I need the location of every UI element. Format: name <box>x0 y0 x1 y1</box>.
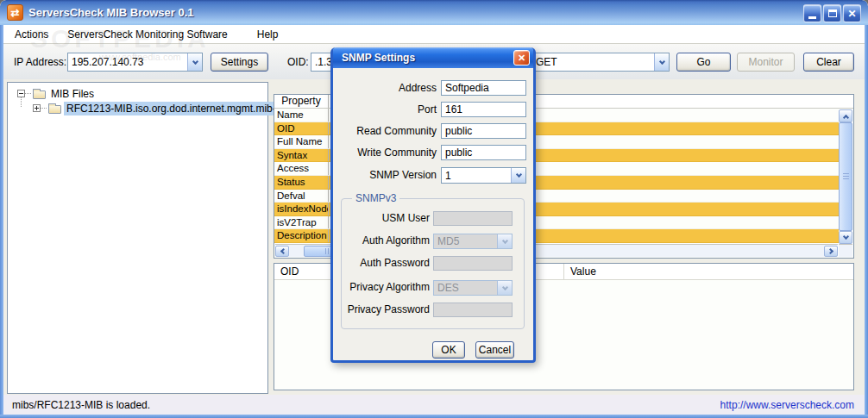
chevron-down-icon <box>658 58 664 64</box>
read-community-field[interactable] <box>442 124 525 138</box>
snmp-version-value: 1 <box>442 168 511 183</box>
usm-user-field <box>434 212 512 225</box>
auth-algorithm-value: MD5 <box>434 234 497 248</box>
window-border-bottom <box>0 415 868 418</box>
menu-actions[interactable]: Actions <box>5 25 58 44</box>
privacy-algorithm-label: Privacy Algorithm <box>345 280 430 295</box>
usm-user-input-disabled <box>433 211 513 226</box>
minimize-icon <box>808 16 816 19</box>
privacy-password-field <box>434 303 512 316</box>
chevron-down-icon <box>842 233 848 239</box>
clear-button[interactable]: Clear <box>803 53 854 72</box>
menu-help[interactable]: Help <box>248 25 288 44</box>
request-type-combobox[interactable]: GET <box>531 53 670 72</box>
collapse-icon[interactable] <box>17 90 25 97</box>
window-border-right <box>865 25 868 418</box>
chevron-down-icon <box>192 58 198 64</box>
privacy-algorithm-value: DES <box>434 281 497 295</box>
write-community-input[interactable] <box>441 145 526 160</box>
status-message: mibs/RFC1213-MIB is loaded. <box>12 399 150 411</box>
address-input[interactable] <box>441 80 526 96</box>
cancel-button[interactable]: Cancel <box>475 341 514 359</box>
value-column-header: Value <box>563 264 853 279</box>
port-field[interactable] <box>442 103 525 116</box>
close-button[interactable]: ✕ <box>843 4 861 22</box>
serverscheck-link[interactable]: http://www.serverscheck.com <box>720 399 854 411</box>
menu-serverscheck-monitoring-software[interactable]: ServersCheck Monitoring Software <box>58 25 236 44</box>
auth-password-field <box>434 257 512 270</box>
maximize-button[interactable] <box>823 4 841 22</box>
snmp-version-label: SNMP Version <box>337 167 437 183</box>
folder-icon <box>33 90 46 99</box>
app-window: ⇄ ServersCheck MIB Browser 0.1 ✕ Actions… <box>0 0 868 418</box>
minimize-button[interactable] <box>803 4 821 22</box>
mib-tree-panel: MIB Files RFC1213-MIB.iso.org.dod.intern… <box>7 82 268 394</box>
read-community-label: Read Community <box>337 123 437 139</box>
port-label: Port <box>337 102 437 117</box>
dialog-body: Address Port Read Community Write Commun… <box>333 68 533 360</box>
ok-button[interactable]: OK <box>432 341 465 359</box>
status-bar: mibs/RFC1213-MIB is loaded. http://www.s… <box>3 395 865 415</box>
window-title: ServersCheck MIB Browser 0.1 <box>28 0 193 25</box>
expand-icon[interactable] <box>33 104 41 112</box>
tree-child-label-selected[interactable]: RFC1213-MIB.iso.org.dod.internet.mgmt.mi… <box>64 102 284 115</box>
thumb-grip <box>843 173 849 181</box>
chevron-right-icon <box>827 248 833 254</box>
scroll-right-button[interactable] <box>824 246 838 257</box>
tree-item-mib-files[interactable]: MIB Files <box>8 86 267 101</box>
window-border-left <box>0 25 3 418</box>
dialog-close-button[interactable]: ✕ <box>513 50 530 66</box>
usm-user-label: USM User <box>345 211 430 226</box>
auth-algorithm-combobox-disabled: MD5 <box>433 234 513 249</box>
scroll-up-button[interactable] <box>839 109 852 122</box>
folder-icon <box>48 105 61 114</box>
write-community-label: Write Community <box>337 145 437 160</box>
scroll-down-button[interactable] <box>839 231 852 244</box>
auth-algorithm-dropdown-button <box>497 234 512 248</box>
go-button[interactable]: Go <box>676 53 731 72</box>
address-label: Address <box>337 80 437 96</box>
app-icon[interactable]: ⇄ <box>7 4 23 21</box>
monitor-button: Monitor <box>737 53 795 72</box>
tree-item-rfc1213[interactable]: RFC1213-MIB.iso.org.dod.internet.mgmt.mi… <box>8 101 267 115</box>
menu-bar: Actions ServersCheck Monitoring Software… <box>3 25 865 44</box>
chevron-down-icon <box>501 237 507 243</box>
chevron-down-icon <box>501 284 507 290</box>
tree-root-label[interactable]: MIB Files <box>48 87 97 101</box>
ip-address-value: 195.207.140.73 <box>68 53 187 71</box>
snmp-settings-dialog: SNMP Settings ✕ Address Port Read Commun… <box>330 47 536 363</box>
window-titlebar: ⇄ ServersCheck MIB Browser 0.1 ✕ <box>0 0 868 25</box>
privacy-password-input-disabled <box>433 303 513 317</box>
close-icon: ✕ <box>847 9 856 19</box>
privacy-algorithm-combobox-disabled: DES <box>433 280 513 296</box>
read-community-input[interactable] <box>441 123 526 139</box>
port-input[interactable] <box>441 102 526 117</box>
chevron-down-icon <box>515 172 521 178</box>
settings-button[interactable]: Settings <box>211 53 268 72</box>
auth-password-label: Auth Password <box>345 256 430 271</box>
auth-algorithm-label: Auth Algorithm <box>345 234 430 248</box>
close-icon: ✕ <box>518 53 525 64</box>
dialog-titlebar: SNMP Settings ✕ <box>333 47 533 68</box>
snmp-version-dropdown-button[interactable] <box>511 168 525 183</box>
request-type-value: GET <box>532 53 654 71</box>
snmp-version-combobox[interactable]: 1 <box>441 167 526 184</box>
vertical-scrollbar-thumb[interactable] <box>839 122 852 231</box>
snmpv3-groupbox: SNMPv3 USM User Auth Algorithm MD5 Auth … <box>341 198 525 329</box>
vertical-scrollbar[interactable] <box>839 109 852 244</box>
tree-dots <box>25 93 31 94</box>
ip-address-dropdown-button[interactable] <box>187 53 202 71</box>
snmpv3-group-label: SNMPv3 <box>352 192 399 204</box>
chevron-up-icon <box>842 114 848 120</box>
address-field[interactable] <box>442 81 525 95</box>
chevron-left-icon <box>280 248 286 254</box>
ip-address-combobox[interactable]: 195.207.140.73 <box>67 53 203 72</box>
scroll-left-button[interactable] <box>275 246 289 257</box>
privacy-password-label: Privacy Password <box>345 303 430 317</box>
request-type-dropdown-button[interactable] <box>654 53 669 71</box>
auth-password-input-disabled <box>433 256 513 271</box>
maximize-icon <box>828 9 837 17</box>
property-column-header: Property <box>274 95 329 108</box>
write-community-field[interactable] <box>442 146 525 159</box>
ip-address-label: IP Address: <box>14 56 66 68</box>
